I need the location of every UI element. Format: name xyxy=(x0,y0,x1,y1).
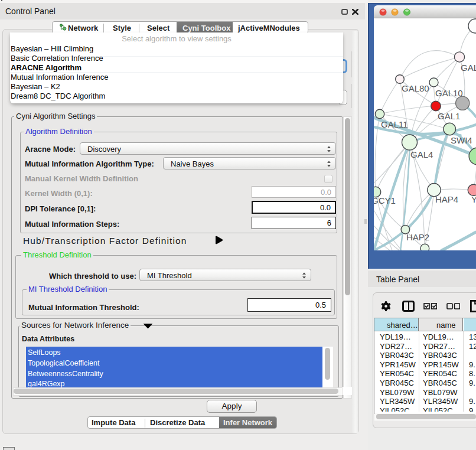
svg-text:GAL1: GAL1 xyxy=(438,111,460,121)
svg-text:GAL11: GAL11 xyxy=(381,119,408,129)
svg-text:HAP4: HAP4 xyxy=(435,194,458,204)
svg-text:GAL4: GAL4 xyxy=(410,149,433,159)
svg-text:Y: Y xyxy=(471,194,476,204)
svg-text:HAP2: HAP2 xyxy=(406,232,429,242)
svg-text:GCY1: GCY1 xyxy=(374,195,396,206)
svg-text:GAL7: GAL7 xyxy=(461,63,476,73)
svg-text:GAL10: GAL10 xyxy=(435,88,463,98)
svg-text:GAL80: GAL80 xyxy=(402,83,429,93)
svg-text:SWI4: SWI4 xyxy=(451,135,472,145)
